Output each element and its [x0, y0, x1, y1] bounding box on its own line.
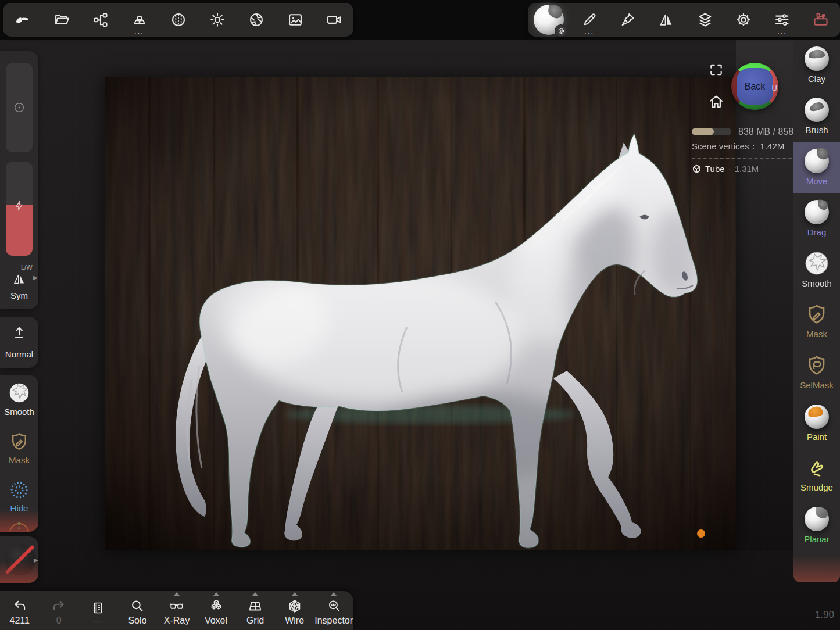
nav-ball-face[interactable]: Back: [737, 68, 773, 105]
memory-usage-text: 838 MB / 858 MB: [738, 127, 793, 137]
inspector-options-caret[interactable]: [331, 592, 337, 596]
tool-smudge-label: Smudge: [800, 482, 833, 492]
painting-button[interactable]: [610, 3, 645, 36]
fullscreen-button[interactable]: [709, 62, 724, 77]
home-icon: [707, 93, 725, 110]
zoom-level: 1.90: [805, 609, 834, 621]
redo-count: 0: [56, 615, 62, 626]
xray-toggle[interactable]: X-Ray: [158, 591, 195, 630]
tool-planar-label: Planar: [804, 534, 829, 544]
quick-smooth-label: Smooth: [0, 407, 38, 417]
xray-glasses-icon: [169, 599, 185, 614]
memory-gauge: [692, 128, 731, 135]
redo-icon: [51, 599, 66, 614]
touch-marker: [697, 529, 705, 538]
tool-brush[interactable]: Brush: [793, 91, 840, 142]
undo-button[interactable]: 4211: [1, 591, 38, 630]
paint-icon: [805, 405, 829, 429]
tool-drag[interactable]: Drag: [793, 193, 840, 244]
material-ingots-icon: [131, 12, 148, 28]
tool-move[interactable]: Move: [793, 142, 840, 193]
intensity-fill: [6, 205, 33, 256]
object-vertex-count: 1.31M: [735, 164, 759, 174]
wire-toggle[interactable]: Wire: [276, 591, 313, 630]
tool-smooth-label: Smooth: [802, 278, 832, 288]
filters-overflow-dots: ···: [764, 30, 799, 36]
tool-selmask[interactable]: SelMask: [793, 346, 840, 398]
stroke-mode-panel[interactable]: Normal: [0, 317, 38, 368]
orientation-nav-ball[interactable]: Back U: [731, 63, 778, 110]
material-button[interactable]: ···: [122, 3, 157, 36]
voxel-options-caret[interactable]: [213, 592, 219, 596]
drag-icon: [805, 200, 829, 224]
xray-options-caret[interactable]: [174, 592, 180, 596]
background-button[interactable]: [278, 3, 313, 36]
intensity-bolt-icon: [13, 200, 25, 212]
arrow-up-icon: [12, 325, 27, 340]
alpha-expand-caret[interactable]: ▶: [34, 557, 38, 563]
matcap-button[interactable]: [161, 3, 196, 36]
tool-paint[interactable]: Paint: [793, 398, 840, 449]
quick-tool-mask[interactable]: Mask: [0, 431, 38, 465]
voxel-toggle[interactable]: Voxel: [198, 591, 235, 630]
scene-graph-button[interactable]: [83, 3, 118, 36]
tool-clay[interactable]: Clay: [793, 40, 840, 91]
tool-drag-label: Drag: [807, 227, 827, 237]
app-logo-button[interactable]: [5, 3, 40, 36]
lighting-button[interactable]: [200, 3, 235, 36]
move-icon: [805, 149, 829, 173]
move-dent: [548, 4, 563, 19]
quick-tool-hide[interactable]: Hide: [0, 479, 38, 513]
folder-icon: [53, 12, 70, 28]
smudge-hand-icon: [805, 456, 828, 479]
clay-icon: [805, 46, 829, 71]
scene-vertices-value: 1.42M: [760, 141, 785, 151]
tool-smudge[interactable]: Smudge: [793, 449, 840, 500]
settings-button[interactable]: [726, 3, 761, 36]
tool-smooth[interactable]: Smooth: [793, 244, 840, 295]
solo-toggle[interactable]: Solo: [119, 591, 156, 630]
radius-slider[interactable]: [6, 63, 33, 152]
quick-tool-smooth[interactable]: Smooth: [0, 382, 38, 417]
stroke-button[interactable]: ···: [572, 3, 607, 36]
tool-clay-label: Clay: [808, 74, 825, 84]
inspector-label: Inspector: [314, 615, 353, 626]
brush-settings-panel: L/W ▶ Sym: [0, 51, 38, 309]
files-button[interactable]: [44, 3, 79, 36]
sculpt-viewport[interactable]: [105, 77, 736, 550]
symmetry-label[interactable]: Sym: [0, 291, 38, 300]
history-button[interactable]: ···: [80, 591, 117, 630]
grid-options-caret[interactable]: [252, 592, 258, 596]
inspector-toggle[interactable]: Inspector: [315, 591, 352, 630]
debug-toolbox-button[interactable]: [803, 3, 838, 36]
tool-planar[interactable]: Planar: [793, 500, 840, 551]
top-right-toolbar: ···: [528, 3, 840, 37]
active-tool-button[interactable]: [530, 3, 568, 36]
paintbrush-icon: [620, 12, 636, 28]
symmetry-button[interactable]: [649, 3, 684, 36]
image-icon: [287, 12, 303, 28]
brush-icon: [805, 98, 829, 122]
camera-button[interactable]: [317, 3, 352, 36]
tool-settings-badge[interactable]: [555, 24, 567, 37]
intensity-slider[interactable]: [6, 162, 33, 256]
home-button[interactable]: [707, 93, 725, 110]
quick-tools-panel: Smooth Mask Hide: [0, 375, 38, 532]
grid-toggle[interactable]: Grid: [237, 591, 274, 630]
planar-icon: [805, 507, 829, 531]
alpha-slot-panel[interactable]: ▶: [0, 536, 38, 583]
object-name: Tube: [705, 164, 725, 174]
symmetry-expand-caret[interactable]: ▶: [33, 274, 38, 281]
post-process-button[interactable]: [239, 3, 274, 36]
stats-divider: [692, 158, 792, 159]
gizmo-peek-icon[interactable]: [8, 520, 31, 532]
tool-mask[interactable]: Mask: [793, 295, 840, 346]
memory-gauge-fill: [692, 128, 714, 135]
redo-button[interactable]: 0: [40, 591, 77, 630]
wire-options-caret[interactable]: [292, 592, 298, 596]
scene-vertices-line: Scene vertices： 1.42M: [692, 141, 784, 152]
viewport-render: [105, 77, 736, 550]
layers-button[interactable]: [688, 3, 723, 36]
adjust-filters-button[interactable]: ···: [764, 3, 799, 36]
tool-selmask-label: SelMask: [800, 380, 834, 390]
